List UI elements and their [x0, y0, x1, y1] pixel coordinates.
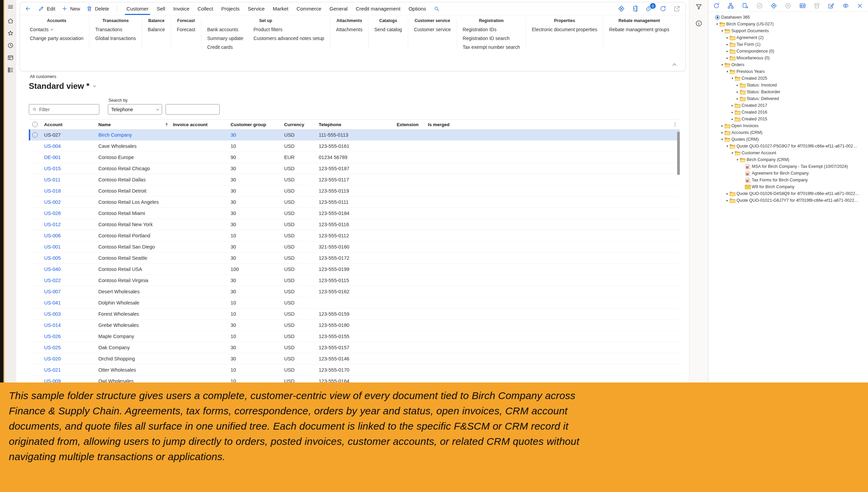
cell-account[interactable]: US-041	[44, 300, 98, 306]
tree-item-miscellaneous-0[interactable]: ▸Miscellaneous (0)	[725, 55, 867, 61]
preview-eye-icon[interactable]	[842, 2, 849, 9]
cell-account[interactable]: US-026	[44, 334, 98, 339]
cell-name[interactable]: Contoso Retail Detroit	[98, 188, 173, 194]
tab-market[interactable]: Market	[269, 2, 293, 15]
tree-item-tax-form-1[interactable]: ▸Tax Form (1)	[725, 41, 867, 48]
tree-item-quote-quo-01021-g6j7y7-for-4f7019f8-c66e-ef11-a671-0022[interactable]: ▸Quote QUO-01021-G6J7Y7 for 4f7019f8-c66…	[725, 197, 867, 204]
table-row[interactable]: US-040Contoso Retail USA100USD123-555-01…	[29, 264, 680, 275]
table-row[interactable]: US-007Desert Wholesales30USD123-555-0162	[29, 286, 680, 297]
tree-item-agreement-for-birch-company[interactable]: Agreement for Birch Company	[741, 170, 867, 177]
column-header-extension[interactable]: Extension	[397, 122, 428, 127]
search-icon[interactable]	[434, 6, 440, 12]
column-header-account[interactable]: Account	[44, 122, 98, 127]
tree-item-birch-company-crm[interactable]: ▾Birch Company (CRM)	[735, 156, 867, 163]
cell-account[interactable]: US-004	[44, 143, 98, 149]
column-header-invoice-account[interactable]: Invoice account	[173, 122, 231, 127]
contacts-button[interactable]: Contacts	[30, 27, 83, 32]
cell-name[interactable]: Oak Company	[98, 345, 173, 350]
search-value-textbox[interactable]	[169, 107, 216, 112]
tree-item-created-2025[interactable]: ▾Created 2025	[730, 75, 867, 82]
tree-item-agreement-2[interactable]: ▸Agreement (2)	[725, 34, 867, 41]
tree-item-status-backorder[interactable]: ▸Status: Backorder	[735, 88, 867, 95]
cell-account[interactable]: US-012	[44, 222, 98, 227]
electronic-document-properties-button[interactable]: Electronic document properties	[532, 27, 597, 32]
favorites-star-icon[interactable]	[7, 30, 14, 37]
cell-account[interactable]: US-021	[44, 367, 98, 373]
table-row[interactable]: US-041Dolphin Wholesale10USD	[29, 297, 680, 309]
tree-item-created-2017[interactable]: ▸Created 2017	[730, 102, 867, 109]
collapsed-twisty[interactable]: ▸	[735, 90, 739, 94]
office-app-icon[interactable]	[632, 5, 639, 12]
cell-name[interactable]: Contoso Retail Seattle	[98, 255, 173, 261]
cell-name[interactable]: Orchid Shopping	[98, 356, 173, 361]
tab-sell[interactable]: Sell	[153, 2, 169, 15]
edit-button[interactable]: Edit	[38, 5, 55, 12]
table-row[interactable]: US-012Contoso Retail New York30USD123-55…	[29, 219, 680, 230]
tab-collect[interactable]: Collect	[194, 2, 217, 15]
filter-input[interactable]	[29, 104, 99, 115]
product-filters-button[interactable]: Product filters	[254, 27, 324, 32]
summary-update-button[interactable]: Summary update	[207, 36, 243, 41]
cell-account[interactable]: US-022	[44, 278, 98, 283]
search-value-input[interactable]	[165, 104, 220, 115]
tab-general[interactable]: General	[326, 2, 352, 15]
tree-item-orders[interactable]: ▾Orders	[720, 61, 867, 68]
tree-item-msa-for-birch-company-tax-exempt-10-07-2024[interactable]: MSA for Birch Company - Tax Exempt (10/0…	[741, 163, 867, 170]
table-row[interactable]: US-026Maple Company10USD123-555-0155	[29, 331, 680, 342]
expanded-twisty[interactable]: ▾	[720, 138, 724, 141]
expanded-twisty[interactable]: ▾	[730, 151, 734, 155]
cell-name[interactable]: Grebe Wholesales	[98, 322, 173, 328]
tab-projects[interactable]: Projects	[217, 2, 243, 15]
registration-id-search-button[interactable]: Registration ID search	[463, 36, 520, 41]
hamburger-menu-icon[interactable]	[7, 3, 14, 10]
tree-item-accounts-crm[interactable]: ▸Accounts (CRM)	[720, 129, 867, 136]
tax-exempt-number-search-button[interactable]: Tax exempt number search	[463, 44, 520, 50]
tree-item-w9-for-birch-company[interactable]: W9 for Birch Company	[741, 183, 867, 190]
cell-name[interactable]: Desert Wholesales	[98, 289, 173, 294]
rebate-management-groups-button[interactable]: Rebate management groups	[609, 27, 669, 32]
column-header-is-merged[interactable]: Is merged	[428, 122, 462, 127]
workspace-window-icon[interactable]	[7, 54, 14, 61]
collapse-ribbon-chevron[interactable]	[672, 63, 676, 67]
cell-name[interactable]: Contoso Europe	[98, 155, 173, 160]
cell-account[interactable]: US-027	[44, 132, 98, 138]
tree-item-created-2016[interactable]: ▸Created 2016	[730, 109, 867, 116]
column-header-currency[interactable]: Currency	[284, 122, 319, 127]
table-row[interactable]: US-002Contoso Retail Los Angeles30USD123…	[29, 197, 680, 208]
column-options-icon[interactable]	[672, 121, 678, 127]
dataverse-diamond-icon[interactable]	[618, 5, 625, 12]
scrollbar-thumb[interactable]	[677, 132, 680, 175]
table-row[interactable]: US-003Forest Wholesales10USD123-555-0159	[29, 309, 680, 320]
cell-account[interactable]: US-015	[44, 166, 98, 171]
tree-item-status-invoiced[interactable]: ▸Status: Invoiced	[735, 82, 867, 88]
table-row[interactable]: US-028Contoso Retail Miami30USD123-555-0…	[29, 208, 680, 219]
expanded-twisty[interactable]: ▾	[715, 22, 719, 26]
transactions-button[interactable]: Transactions	[95, 27, 136, 32]
tab-invoice[interactable]: Invoice	[169, 2, 194, 15]
cell-name[interactable]: Otter Wholesales	[98, 367, 173, 373]
edit-note-icon[interactable]	[828, 2, 834, 9]
tree-item-datahaven-365[interactable]: Datahaven 365	[710, 14, 867, 21]
expanded-twisty[interactable]: ▾	[725, 144, 729, 148]
cell-name[interactable]: Contoso Retail Chicago	[98, 166, 173, 171]
id-card-icon[interactable]	[799, 2, 806, 9]
table-row[interactable]: US-005Contoso Retail Seattle30USD123-555…	[29, 253, 680, 264]
home-icon[interactable]	[7, 18, 14, 24]
cell-account[interactable]: US-040	[44, 267, 98, 272]
cell-name[interactable]: Contoso Retail New York	[98, 222, 173, 227]
cell-name[interactable]: Forest Wholesales	[98, 311, 173, 317]
credit-cards-button[interactable]: Credit cards	[207, 44, 243, 50]
tree-item-open-invoices[interactable]: ▸Open Invoices	[720, 122, 867, 129]
tree-item-customer-account[interactable]: ▾Customer Account	[730, 150, 867, 156]
collapsed-twisty[interactable]: ▸	[720, 124, 724, 127]
customer-service-button[interactable]: Customer service	[414, 27, 451, 32]
task-list-icon[interactable]	[7, 66, 14, 73]
cell-account[interactable]: US-018	[44, 188, 98, 194]
collapsed-twisty[interactable]: ▸	[725, 199, 729, 202]
cell-name[interactable]: Cave Wholesales	[98, 143, 173, 149]
cell-name[interactable]: Contoso Retail Portland	[98, 233, 173, 238]
table-row[interactable]: US-001Contoso Retail San Diego30USD321-5…	[29, 241, 680, 253]
cell-account[interactable]: US-020	[44, 356, 98, 361]
table-row[interactable]: US-015Contoso Retail Chicago30USD123-555…	[29, 163, 680, 174]
tab-commerce[interactable]: Commerce	[292, 2, 325, 15]
